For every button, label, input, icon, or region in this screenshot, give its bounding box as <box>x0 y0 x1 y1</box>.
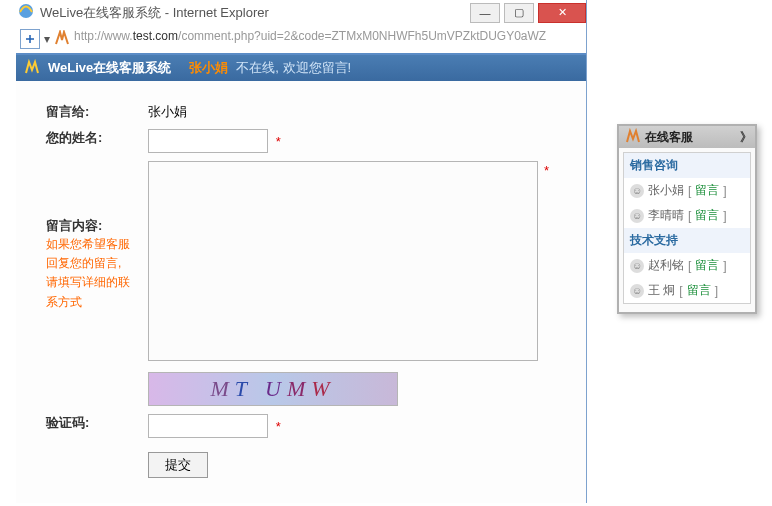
required-mark: * <box>276 134 281 149</box>
page-body: WeLive在线客服系统 张小娟 不在线, 欢迎您留言! 留言给: 张小娟 您的… <box>16 53 586 503</box>
url-host: test.com <box>133 29 178 43</box>
content-hint: 如果您希望客服回复您的留言, 请填写详细的联系方式 <box>46 235 136 312</box>
online-service-panel: 在线客服 》 销售咨询 ☺ 张小娟 [留言] ☺ 李晴晴 [留言] 技术支持 ☺… <box>617 124 757 314</box>
window-title: WeLive在线客服系统 - Internet Explorer <box>36 4 466 22</box>
site-favicon-icon <box>54 30 70 49</box>
welive-logo-icon <box>24 59 40 78</box>
leave-message-link[interactable]: 留言 <box>695 257 719 274</box>
window-controls: — ▢ ✕ <box>466 3 586 23</box>
agent-name: 王 炯 <box>648 282 675 299</box>
avatar-icon: ☺ <box>630 284 644 298</box>
required-mark: * <box>276 419 281 434</box>
minimize-button[interactable]: — <box>470 3 500 23</box>
address-bar: ▾ http://www.test.com/comment.php?uid=2&… <box>16 25 586 53</box>
leave-message-link[interactable]: 留言 <box>695 182 719 199</box>
collapse-icon[interactable]: 》 <box>740 129 749 146</box>
agent-row[interactable]: ☺ 王 炯 [留言] <box>624 278 750 303</box>
agent-row[interactable]: ☺ 张小娟 [留言] <box>624 178 750 203</box>
submit-button[interactable]: 提交 <box>148 452 208 478</box>
captcha-input[interactable] <box>148 414 268 438</box>
required-mark: * <box>544 163 549 178</box>
captcha-image[interactable]: M T U M W <box>148 372 398 406</box>
name-label: 您的姓名: <box>40 125 142 157</box>
panel-group: 销售咨询 ☺ 张小娟 [留言] ☺ 李晴晴 [留言] 技术支持 ☺ 赵利铭 [留… <box>623 152 751 304</box>
close-button[interactable]: ✕ <box>538 3 586 23</box>
recipient-value: 张小娟 <box>142 99 544 125</box>
avatar-icon: ☺ <box>630 209 644 223</box>
group-title: 销售咨询 <box>624 153 750 178</box>
message-form: 留言给: 张小娟 您的姓名: * 留言内容: 如果您希望客服回复您的留言, 请填… <box>16 81 586 500</box>
agent-row[interactable]: ☺ 李晴晴 [留言] <box>624 203 750 228</box>
ie-window: WeLive在线客服系统 - Internet Explorer — ▢ ✕ ▾… <box>16 0 587 503</box>
recipient-label: 留言给: <box>40 99 142 125</box>
url-field[interactable]: http://www.test.com/comment.php?uid=2&co… <box>74 29 582 49</box>
group-title: 技术支持 <box>624 228 750 253</box>
url-prefix: http://www. <box>74 29 133 43</box>
ie-icon <box>16 3 36 22</box>
avatar-icon: ☺ <box>630 259 644 273</box>
agent-row[interactable]: ☺ 赵利铭 [留言] <box>624 253 750 278</box>
url-path: /comment.php?uid=2&code=ZTMxM0NHWFh5UmVP… <box>178 29 546 43</box>
panel-logo-icon <box>625 128 641 147</box>
agent-name: 赵利铭 <box>648 257 684 274</box>
name-input[interactable] <box>148 129 268 153</box>
leave-message-link[interactable]: 留言 <box>695 207 719 224</box>
captcha-label: 验证码: <box>40 410 142 442</box>
dropdown-icon[interactable]: ▾ <box>44 32 50 46</box>
maximize-button[interactable]: ▢ <box>504 3 534 23</box>
avatar-icon: ☺ <box>630 184 644 198</box>
agent-name: 李晴晴 <box>648 207 684 224</box>
panel-title: 在线客服 <box>645 129 693 146</box>
panel-title-bar[interactable]: 在线客服 》 <box>619 126 755 148</box>
page-header: WeLive在线客服系统 张小娟 不在线, 欢迎您留言! <box>16 55 586 81</box>
content-label: 留言内容: <box>46 217 136 235</box>
titlebar: WeLive在线客服系统 - Internet Explorer — ▢ ✕ <box>16 0 586 25</box>
header-user: 张小娟 <box>189 59 228 77</box>
add-tab-button[interactable] <box>20 29 40 49</box>
header-status: 不在线, 欢迎您留言! <box>236 59 351 77</box>
agent-name: 张小娟 <box>648 182 684 199</box>
brand-text: WeLive在线客服系统 <box>48 59 171 77</box>
message-textarea[interactable] <box>148 161 538 361</box>
leave-message-link[interactable]: 留言 <box>687 282 711 299</box>
